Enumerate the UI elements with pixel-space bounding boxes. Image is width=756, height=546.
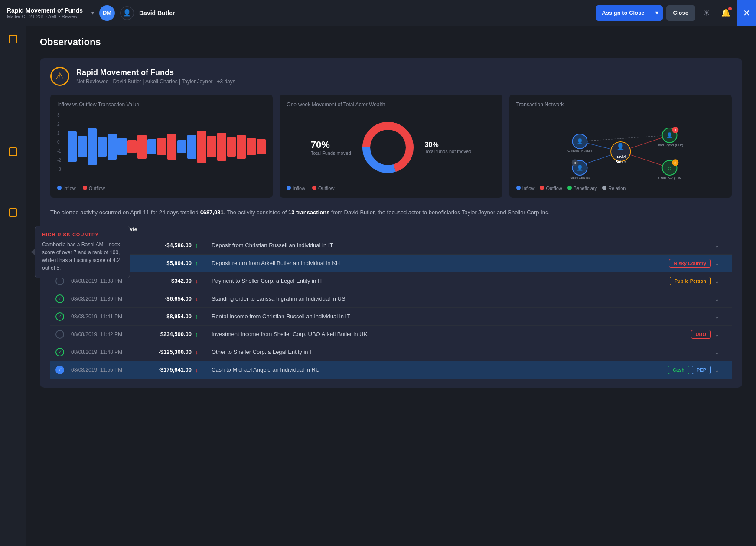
tx-amount: -$6,654.00 [144, 295, 192, 302]
tx-amount: -$125,300.00 [144, 349, 192, 355]
alert-meta: Not Reviewed | David Butler | Arkell Cha… [76, 78, 235, 85]
tx-checkbox[interactable] [55, 330, 64, 339]
tx-expand-icon[interactable]: ⌄ [714, 260, 727, 267]
table-row[interactable]: ✓08/08/2019, 11:41 PM$8,954.00↑Rental In… [50, 308, 732, 326]
tx-checkbox[interactable]: ✓ [55, 348, 64, 356]
topbar-chevron-icon[interactable]: ▾ [91, 10, 94, 16]
tx-amount: -$4,586.00 [144, 242, 192, 248]
tx-direction-icon: ↑ [195, 331, 208, 338]
movement-chart-legend: Inflow Outflow [287, 186, 495, 191]
bar-chart-bars [57, 113, 266, 182]
tx-expand-icon[interactable]: ⌄ [714, 349, 727, 356]
inflow-outflow-chart: Inflow vs Outflow Transaction Value 3210… [50, 95, 273, 198]
tx-badges: Public Person [670, 277, 711, 285]
network-svg: 👤 David Butler 👤 Christian Russell 👤 1 [516, 113, 725, 182]
tx-date: 08/08/2019, 11:39 PM [71, 296, 140, 302]
sidebar-timeline [13, 26, 13, 546]
tx-description: Standing order to Larissa Ingrahm an Ind… [212, 295, 707, 302]
alert-header: ⚠ Rapid Movement of Funds Not Reviewed |… [50, 67, 732, 86]
network-chart-title: Transaction Network [516, 101, 725, 108]
tx-description: Cash to Michael Angelo an Individual in … [212, 366, 665, 373]
topbar-subtitle: Matter CL-21-231 · AML · Review [7, 14, 83, 19]
tx-direction-icon: ↓ [195, 366, 208, 373]
topbar-username: David Butler [139, 10, 590, 16]
table-row[interactable]: ✓08/08/2019, 11:39 PM-$6,654.00↓Standing… [50, 290, 732, 308]
transaction-list: 08/08/2019, 11:23 PM-$4,586.00↑Deposit f… [50, 237, 732, 379]
assign-chevron-icon[interactable]: ▾ [651, 5, 663, 21]
settings-icon[interactable]: ☀ [699, 5, 714, 21]
table-row[interactable]: ✓08/08/2019, 11:48 PM-$125,300.00↓Other … [50, 343, 732, 361]
tx-description: Deposit from Christian Russell an Indivi… [212, 242, 707, 248]
tx-expand-icon[interactable]: ⌄ [714, 242, 727, 249]
tx-expand-icon[interactable]: ⌄ [714, 366, 727, 373]
network-outflow-legend: Outflow [540, 186, 562, 191]
svg-text:👤: 👤 [577, 138, 583, 145]
tx-description: Other to Sheller Corp. a Legal Entity in… [212, 349, 707, 355]
svg-text:👤: 👤 [616, 143, 625, 150]
svg-text:👤: 👤 [577, 164, 583, 171]
user-profile-icon[interactable]: 👤 [120, 6, 134, 20]
svg-text:👤: 👤 [666, 132, 673, 139]
tx-description: Rental Income from Christian Russell an … [212, 313, 707, 320]
close-button[interactable]: Close [666, 5, 695, 21]
movement-inflow-legend: Inflow [287, 186, 305, 191]
content-area: Observations ⚠ Rapid Movement of Funds N… [26, 26, 756, 546]
alert-card: ⚠ Rapid Movement of Funds Not Reviewed |… [40, 58, 742, 388]
tx-description: Deposit return from Arkell Butler an Ind… [212, 260, 665, 266]
topbar-actions: Assign to Close ▾ Close ☀ 🔔 ✕ [596, 0, 749, 26]
tx-badges: Risky Country [669, 259, 711, 268]
table-row[interactable]: 08/08/2019, 11:35 PM$5,804.00↑Deposit re… [50, 255, 732, 272]
sidebar-dot-3[interactable] [9, 208, 17, 217]
sidebar [0, 26, 26, 546]
donut-container: 70% Total Funds moved 30% Total [287, 113, 495, 182]
tx-expand-icon[interactable]: ⌄ [714, 331, 727, 338]
charts-row: Inflow vs Outflow Transaction Value 3210… [50, 95, 732, 198]
inflow-legend-item: Inflow [57, 186, 76, 191]
topbar: Rapid Movement of Funds Matter CL-21-231… [0, 0, 756, 26]
svg-line-7 [580, 135, 669, 141]
page-title: Observations [40, 36, 742, 48]
table-row[interactable]: 08/08/2019, 11:42 PM$234,500.00↑Investme… [50, 326, 732, 343]
inflow-chart-legend: Inflow Outflow [57, 186, 266, 191]
bar-chart-y-labels: 3210-1-2-3 [57, 113, 61, 172]
main-layout: Observations ⚠ Rapid Movement of Funds N… [0, 26, 756, 546]
close-x-button[interactable]: ✕ [737, 0, 756, 26]
tx-expand-icon[interactable]: ⌄ [714, 313, 727, 320]
tx-direction-icon: ↓ [195, 349, 208, 356]
tx-direction-icon: ↑ [195, 313, 208, 320]
tx-description: Payment to Sheller Corp. a Legal Entity … [212, 278, 666, 284]
tx-date: 08/08/2019, 11:48 PM [71, 349, 140, 355]
tx-expand-icon[interactable]: ⌄ [714, 278, 727, 284]
sidebar-dot-2[interactable] [9, 147, 17, 156]
notification-icon[interactable]: 🔔 [718, 5, 733, 21]
movement-outflow-legend: Outflow [312, 186, 334, 191]
topbar-title: Rapid Movement of Funds [7, 7, 83, 14]
tx-amount: -$342.00 [144, 278, 192, 284]
table-row[interactable]: ✓08/08/2019, 11:55 PM-$175,641.00↓Cash t… [50, 361, 732, 379]
assign-to-label: Assign to Close [596, 5, 651, 21]
donut-left-label: 70% Total Funds moved [311, 139, 351, 156]
tx-badges: CashPEP [668, 366, 711, 374]
tx-date: 08/08/2019, 11:38 PM [71, 278, 140, 284]
tx-checkbox[interactable]: ✓ [55, 294, 64, 303]
svg-text:Sheller Corp Inc.: Sheller Corp Inc. [657, 176, 681, 180]
tx-badge: Public Person [670, 277, 711, 285]
topbar-title-block: Rapid Movement of Funds Matter CL-21-231… [7, 7, 83, 19]
assign-to-button[interactable]: Assign to Close ▾ [596, 5, 662, 21]
tx-checkbox[interactable]: ✓ [55, 366, 64, 374]
tx-amount: -$175,641.00 [144, 366, 192, 373]
table-row[interactable]: 08/08/2019, 11:23 PM-$4,586.00↑Deposit f… [50, 237, 732, 255]
sidebar-dot-1[interactable] [9, 35, 17, 43]
alert-info: Rapid Movement of Funds Not Reviewed | D… [76, 68, 235, 85]
tx-badge: PEP [692, 366, 711, 374]
bar-chart: 3210-1-2-3 [57, 113, 266, 182]
network-container: 👤 David Butler 👤 Christian Russell 👤 1 [516, 113, 725, 182]
tooltip-popup: HIGH RISK COUNTRY Cambodia has a Basel A… [35, 226, 130, 278]
svg-text:Christian Russell: Christian Russell [567, 149, 592, 153]
tx-badge: Cash [668, 366, 689, 374]
svg-text:Tayler Joyner (PEP): Tayler Joyner (PEP) [656, 144, 683, 147]
table-row[interactable]: 08/08/2019, 11:38 PM-$342.00↓Payment to … [50, 272, 732, 290]
tx-checkbox[interactable]: ✓ [55, 312, 64, 321]
svg-text:David: David [616, 155, 626, 159]
tx-expand-icon[interactable]: ⌄ [714, 295, 727, 302]
